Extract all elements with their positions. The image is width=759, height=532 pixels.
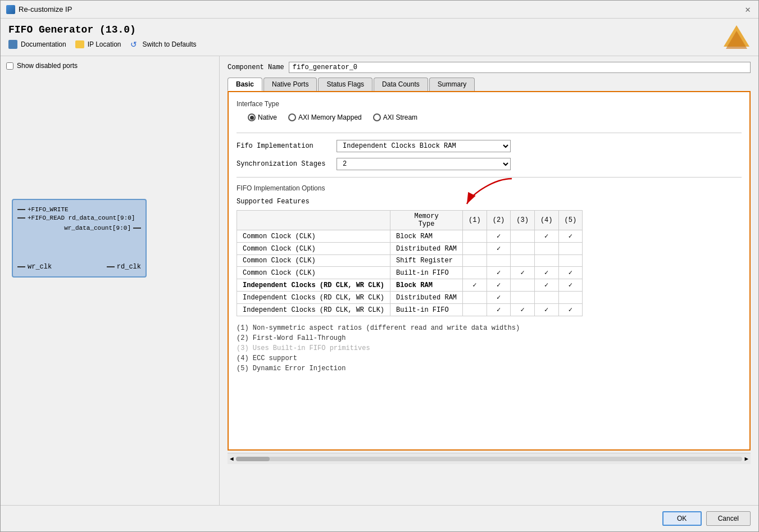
- legend-item: (2) First-Word Fall-Through: [237, 334, 742, 342]
- cell-col2: ✓: [487, 230, 511, 243]
- tab-status-flags[interactable]: Status Flags: [318, 78, 372, 91]
- cell-col5: [558, 292, 583, 304]
- ok-button[interactable]: OK: [662, 511, 702, 526]
- cell-col5: [558, 243, 583, 255]
- radio-axi-stream-label: AXI Stream: [383, 113, 417, 121]
- component-name-label: Component Name: [228, 63, 284, 71]
- cell-col3: [511, 230, 535, 243]
- close-button[interactable]: ✕: [743, 4, 753, 15]
- tab-basic[interactable]: Basic: [228, 78, 262, 91]
- cell-col2: [487, 255, 511, 267]
- cell-col1: [463, 267, 487, 279]
- xilinx-logo: [722, 24, 751, 52]
- cell-memory: Built-in FIFO: [390, 304, 463, 316]
- main-window: Re-customize IP ✕ FIFO Generator (13.0) …: [0, 0, 759, 532]
- tab-content: Interface Type Native AXI Memory Mapped: [228, 91, 751, 451]
- cell-clock: Independent Clocks (RD CLK, WR CLK): [237, 304, 390, 316]
- radio-axi-memory-circle: [288, 113, 296, 121]
- cell-col3: ✓: [511, 304, 535, 316]
- tab-data-counts[interactable]: Data Counts: [374, 78, 428, 91]
- toolbar: Documentation IP Location ↺ Switch to De…: [8, 40, 197, 49]
- tab-native-ports[interactable]: Native Ports: [263, 78, 317, 91]
- title-bar-left: Re-customize IP: [6, 5, 72, 14]
- fifo-diagram: +FIFO_WRITE +FIFO_READ rd_data_count[9:0…: [12, 199, 213, 278]
- right-panel: Component Name Basic Native Ports Status…: [220, 56, 758, 505]
- connector-wr-count: [133, 228, 141, 229]
- left-panel: Show disabled ports +FIFO_WRITE +FIFO_RE…: [1, 56, 220, 505]
- show-disabled-label: Show disabled ports: [17, 62, 78, 70]
- connector-read: [17, 217, 25, 219]
- th-col4: (4): [534, 211, 558, 230]
- radio-axi-stream-circle: [373, 113, 381, 121]
- documentation-label: Documentation: [21, 40, 66, 48]
- supported-features-section: Supported Features MemoryType (1) (2) (3…: [237, 198, 742, 316]
- component-name-input[interactable]: [289, 62, 751, 73]
- table-row: Common Clock (CLK) Distributed RAM ✓: [237, 243, 583, 255]
- radio-axi-stream[interactable]: AXI Stream: [373, 113, 417, 121]
- wr-clk-label: wr_clk: [28, 263, 52, 271]
- cell-clock: Independent Clocks (RD CLK, WR CLK): [237, 292, 390, 304]
- main-content: Show disabled ports +FIFO_WRITE +FIFO_RE…: [1, 56, 758, 505]
- radio-native-circle: [248, 113, 256, 121]
- cell-memory: Block RAM: [390, 279, 463, 292]
- ip-location-button[interactable]: IP Location: [75, 40, 121, 48]
- documentation-icon: [8, 40, 17, 49]
- cell-memory: Distributed RAM: [390, 292, 463, 304]
- table-row: Independent Clocks (RD CLK, WR CLK) Dist…: [237, 292, 583, 304]
- table-header-row: MemoryType (1) (2) (3) (4) (5): [237, 211, 583, 230]
- app-icon: [6, 5, 15, 14]
- documentation-button[interactable]: Documentation: [8, 40, 66, 49]
- app-title: FIFO Generator (13.0): [8, 24, 197, 35]
- bottom-ports: wr_clk rd_clk: [17, 263, 141, 271]
- fifo-impl-select[interactable]: Independent Clocks Block RAM: [337, 140, 511, 152]
- show-disabled-checkbox[interactable]: [6, 62, 13, 70]
- fifo-write-label: +FIFO_WRITE: [28, 206, 69, 213]
- table-row: Independent Clocks (RD CLK, WR CLK) Buil…: [237, 304, 583, 316]
- title-bar: Re-customize IP ✕: [1, 1, 758, 19]
- sync-stages-select[interactable]: 2: [337, 158, 511, 170]
- cell-col2: ✓: [487, 279, 511, 292]
- connector-rdclk: [107, 266, 115, 267]
- bottom-bar: OK Cancel: [1, 505, 758, 531]
- cell-col2: ✓: [487, 304, 511, 316]
- cell-col4: ✓: [534, 230, 558, 243]
- fifo-write-port: +FIFO_WRITE: [17, 206, 141, 213]
- cell-col4: ✓: [534, 304, 558, 316]
- cancel-button[interactable]: Cancel: [706, 511, 751, 526]
- th-memory: MemoryType: [390, 211, 463, 230]
- scroll-area[interactable]: ◀ ▶: [228, 453, 751, 464]
- cell-col1: [463, 243, 487, 255]
- cell-clock: Common Clock (CLK): [237, 243, 390, 255]
- sync-stages-label: Synchronization Stages: [237, 160, 332, 168]
- cell-col3: [511, 243, 535, 255]
- legend-item: (4) ECC support: [237, 354, 742, 362]
- scroll-left-arrow[interactable]: ◀: [228, 455, 234, 462]
- divider-1: [237, 133, 742, 133]
- cell-col1: ✓: [463, 279, 487, 292]
- switch-defaults-icon: ↺: [130, 40, 139, 49]
- cell-col1: [463, 255, 487, 267]
- rd-clk-label: rd_clk: [117, 263, 141, 271]
- interface-type-label: Interface Type: [237, 100, 742, 108]
- scroll-right-arrow[interactable]: ▶: [744, 455, 751, 462]
- supported-features-title: Supported Features: [237, 198, 742, 206]
- table-row: Common Clock (CLK) Shift Register: [237, 255, 583, 267]
- switch-defaults-button[interactable]: ↺ Switch to Defaults: [130, 40, 197, 49]
- tab-summary[interactable]: Summary: [429, 78, 475, 91]
- radio-native[interactable]: Native: [248, 113, 277, 121]
- interface-type-section: Interface Type Native AXI Memory Mapped: [237, 100, 742, 121]
- cell-col4: [534, 243, 558, 255]
- legend-item: (5) Dynamic Error Injection: [237, 365, 742, 372]
- sync-stages-row: Synchronization Stages 2: [237, 158, 742, 170]
- cell-col5: [558, 255, 583, 267]
- th-col1: (1): [463, 211, 487, 230]
- cell-clock: Common Clock (CLK): [237, 255, 390, 267]
- connector-wrclk: [17, 266, 25, 267]
- radio-native-label: Native: [258, 113, 277, 121]
- scroll-thumb[interactable]: [236, 457, 270, 461]
- fifo-read-label: +FIFO_READ rd_data_count[9:0]: [28, 215, 135, 221]
- legend-item: (1) Non-symmetric aspect ratios (differe…: [237, 324, 742, 332]
- fifo-impl-options-label: FIFO Implementation Options: [237, 184, 742, 192]
- cell-col4: ✓: [534, 267, 558, 279]
- radio-axi-memory-mapped[interactable]: AXI Memory Mapped: [288, 113, 362, 121]
